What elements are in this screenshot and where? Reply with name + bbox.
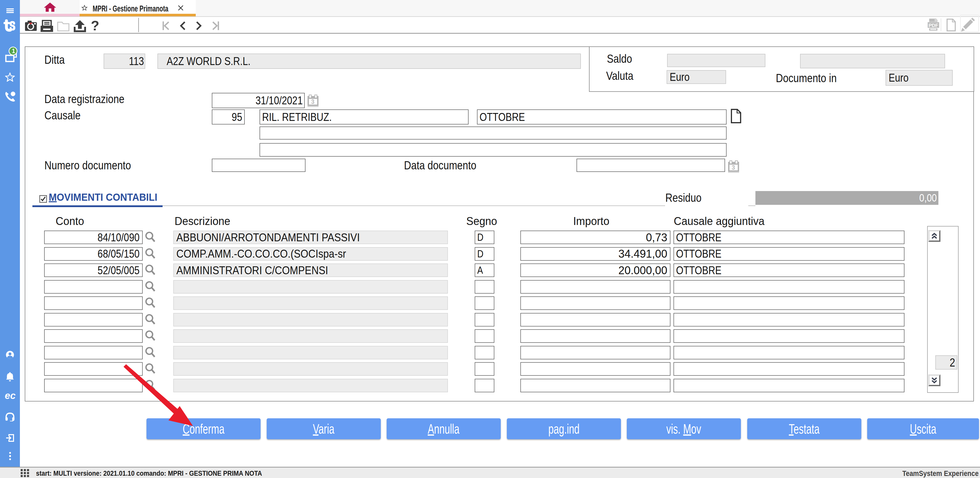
- svg-text:PDF: PDF: [928, 23, 938, 28]
- svg-text:?: ?: [91, 20, 99, 33]
- svg-text:3: 3: [732, 164, 735, 171]
- svg-text:3: 3: [311, 98, 314, 105]
- svg-text:1: 1: [12, 48, 15, 54]
